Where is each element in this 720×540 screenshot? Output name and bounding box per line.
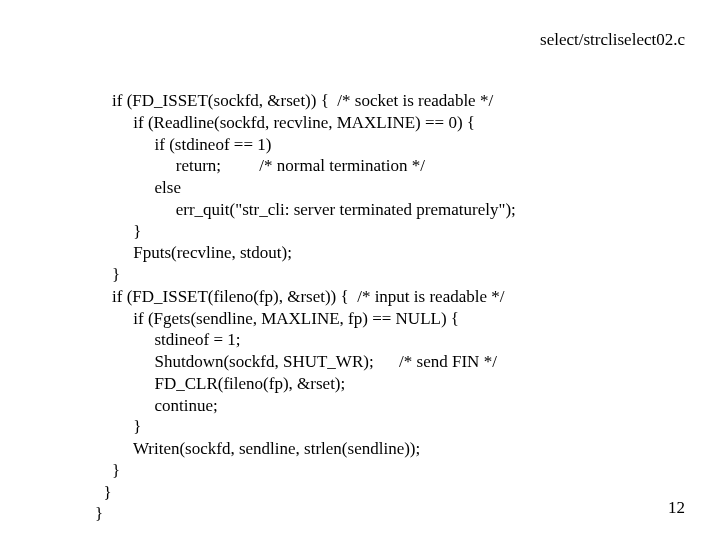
source-file-title: select/strcliselect02.c [540,30,685,50]
page-number: 12 [668,498,685,518]
code-block: if (FD_ISSET(sockfd, &rset)) { /* socket… [95,90,516,525]
